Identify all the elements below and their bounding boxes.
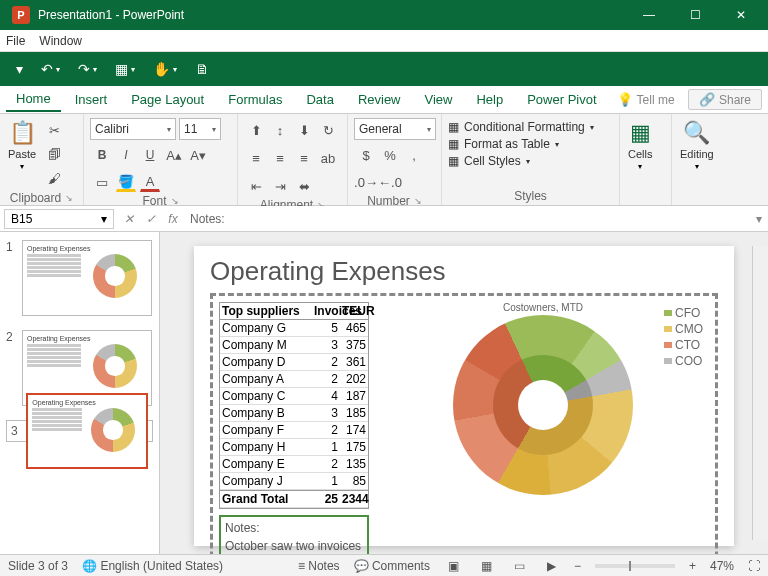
fit-to-window-button[interactable]: ⛶	[748, 559, 760, 573]
merge-button[interactable]: ⬌	[294, 176, 314, 196]
thumbnail-3[interactable]: 3Operating Expenses	[6, 420, 153, 442]
increase-decimal-button[interactable]: .0→	[356, 172, 376, 192]
border-button[interactable]: ▭	[92, 172, 112, 192]
cell-styles-button[interactable]: ▦Cell Styles ▾	[448, 154, 530, 168]
tab-review[interactable]: Review	[348, 88, 411, 111]
orientation-button[interactable]: ↻	[318, 120, 338, 140]
qat-grid-icon[interactable]: ▦▾	[109, 57, 141, 81]
zoom-slider[interactable]	[595, 564, 675, 568]
normal-view-button[interactable]: ▣	[444, 559, 463, 573]
close-button[interactable]: ✕	[718, 0, 764, 30]
table-row: Company B3185	[220, 405, 368, 422]
cancel-formula-button[interactable]: ✕	[118, 212, 140, 226]
sorter-view-button[interactable]: ▦	[477, 559, 496, 573]
dialog-launcher-icon[interactable]: ↘	[65, 191, 73, 205]
legend-label: CTO	[675, 338, 700, 352]
menu-file[interactable]: File	[6, 34, 25, 48]
qat-save-icon[interactable]: 🗎	[189, 57, 215, 81]
qat-touch-icon[interactable]: ✋▾	[147, 57, 183, 81]
slide-indicator: Slide 3 of 3	[8, 559, 68, 573]
minimize-button[interactable]: —	[626, 0, 672, 30]
align-top-button[interactable]: ⬆	[246, 120, 266, 140]
reading-view-button[interactable]: ▭	[510, 559, 529, 573]
slideshow-view-button[interactable]: ▶	[543, 559, 560, 573]
align-bottom-button[interactable]: ⬇	[294, 120, 314, 140]
title-bar: P Presentation1 - PowerPoint — ☐ ✕	[0, 0, 768, 30]
table-cell: Company F	[220, 422, 312, 438]
tab-formulas[interactable]: Formulas	[218, 88, 292, 111]
vertical-scrollbar[interactable]	[752, 246, 768, 540]
menu-window[interactable]: Window	[39, 34, 82, 48]
tab-page-layout[interactable]: Page Layout	[121, 88, 214, 111]
table-row: Company G5465	[220, 320, 368, 337]
redo-button[interactable]: ↷▾	[72, 57, 103, 81]
grow-font-button[interactable]: A▴	[164, 145, 184, 165]
embedded-worksheet[interactable]: Top suppliersInvoicesTEUR Company G5465C…	[210, 293, 718, 554]
table-cell: 187	[340, 388, 368, 404]
notes-toggle[interactable]: ≡ Notes	[298, 559, 340, 573]
conditional-formatting-button[interactable]: ▦Conditional Formatting ▾	[448, 120, 594, 134]
editing-button[interactable]: 🔍Editing▾	[678, 118, 716, 173]
share-button[interactable]: 🔗 Share	[688, 89, 762, 110]
zoom-level[interactable]: 47%	[710, 559, 734, 573]
zoom-out-button[interactable]: −	[574, 559, 581, 573]
bulb-icon: 💡	[617, 92, 633, 107]
editing-label: Editing	[680, 148, 714, 160]
align-middle-button[interactable]: ↕	[270, 120, 290, 140]
currency-button[interactable]: $	[356, 145, 376, 165]
window-title: Presentation1 - PowerPoint	[38, 8, 626, 22]
tab-power-pivot[interactable]: Power Pivot	[517, 88, 606, 111]
paste-button[interactable]: 📋 Paste ▾	[6, 118, 38, 173]
thumb-title: Operating Expenses	[27, 245, 147, 252]
shrink-font-button[interactable]: A▾	[188, 145, 208, 165]
format-as-table-button[interactable]: ▦Format as Table ▾	[448, 137, 559, 151]
percent-button[interactable]: %	[380, 145, 400, 165]
enter-formula-button[interactable]: ✓	[140, 212, 162, 226]
table-cell: 2	[312, 422, 340, 438]
fill-color-button[interactable]: 🪣	[116, 172, 136, 192]
formula-input[interactable]: Notes:	[184, 210, 750, 228]
align-right-button[interactable]: ≡	[294, 148, 314, 168]
language-indicator[interactable]: 🌐 English (United States)	[82, 559, 223, 573]
table-cell: 1	[312, 439, 340, 455]
notes-box[interactable]: Notes: October saw two invoices from Com…	[219, 515, 369, 554]
wrap-text-button[interactable]: ab	[318, 148, 338, 168]
expand-formula-bar-button[interactable]: ▾	[750, 212, 768, 226]
font-name-select[interactable]: Calibri▾	[90, 118, 176, 140]
decrease-decimal-button[interactable]: ←.0	[380, 172, 400, 192]
slide-thumbnails: 1Operating Expenses 2Operating Expenses …	[0, 232, 160, 554]
font-size-select[interactable]: 11▾	[179, 118, 221, 140]
table-cell: 185	[340, 405, 368, 421]
zoom-in-button[interactable]: +	[689, 559, 696, 573]
underline-button[interactable]: U	[140, 145, 160, 165]
copy-button[interactable]: 🗐	[44, 144, 64, 164]
tab-insert[interactable]: Insert	[65, 88, 118, 111]
tab-help[interactable]: Help	[466, 88, 513, 111]
italic-button[interactable]: I	[116, 145, 136, 165]
format-painter-button[interactable]: 🖌	[44, 168, 64, 188]
font-color-button[interactable]: A	[140, 172, 160, 192]
tab-data[interactable]: Data	[296, 88, 343, 111]
increase-indent-button[interactable]: ⇥	[270, 176, 290, 196]
tab-home[interactable]: Home	[6, 87, 61, 112]
bold-button[interactable]: B	[92, 145, 112, 165]
comments-toggle[interactable]: 💬 Comments	[354, 559, 430, 573]
cells-button[interactable]: ▦Cells▾	[626, 118, 654, 173]
undo-button[interactable]: ↶▾	[35, 57, 66, 81]
maximize-button[interactable]: ☐	[672, 0, 718, 30]
decrease-indent-button[interactable]: ⇤	[246, 176, 266, 196]
slide[interactable]: Operating Expenses Top suppliersInvoices…	[194, 246, 734, 546]
table-row: Company F2174	[220, 422, 368, 439]
qat-menu-icon[interactable]: ▾	[10, 57, 29, 81]
fx-button[interactable]: fx	[162, 212, 184, 226]
name-box[interactable]: B15▾	[4, 209, 114, 229]
cell-styles-icon: ▦	[448, 154, 459, 168]
cut-button[interactable]: ✂	[44, 120, 64, 140]
tell-me[interactable]: 💡Tell me	[617, 92, 675, 107]
thumbnail-1[interactable]: 1Operating Expenses	[6, 240, 153, 316]
comma-button[interactable]: ,	[404, 145, 424, 165]
align-center-button[interactable]: ≡	[270, 148, 290, 168]
number-format-select[interactable]: General▾	[354, 118, 436, 140]
align-left-button[interactable]: ≡	[246, 148, 266, 168]
tab-view[interactable]: View	[415, 88, 463, 111]
